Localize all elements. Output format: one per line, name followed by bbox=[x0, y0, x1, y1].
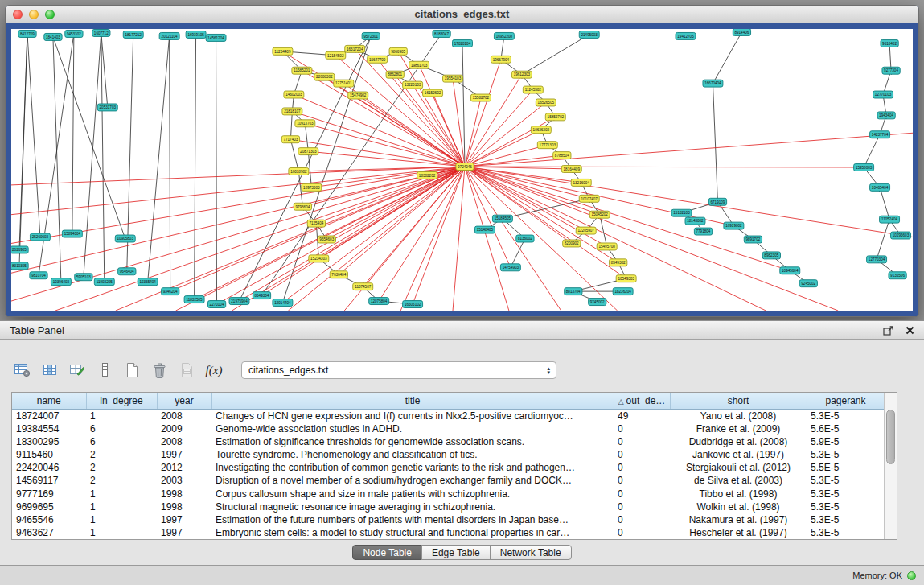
table-cell[interactable]: 0 bbox=[614, 487, 670, 500]
graph-node[interactable]: 7636404 bbox=[330, 271, 347, 278]
table-cell[interactable]: Investigating the contribution of common… bbox=[211, 461, 614, 474]
table-cell[interactable]: 14569117 bbox=[12, 474, 86, 487]
table-cell[interactable]: 0 bbox=[614, 513, 670, 526]
table-row[interactable]: 1830029562008Estimation of significance … bbox=[12, 435, 885, 448]
column-header-pagerank[interactable]: pagerank bbox=[807, 393, 885, 409]
graph-node[interactable]: 12154502 bbox=[326, 51, 346, 59]
table-row[interactable]: 1938455462009Genome-wide association stu… bbox=[12, 422, 885, 435]
graph-node[interactable]: 12014404 bbox=[273, 299, 293, 307]
graph-node[interactable]: 16670404 bbox=[703, 80, 723, 87]
graph-node[interactable]: 15647709 bbox=[368, 56, 388, 63]
graph-node[interactable]: 9572301 bbox=[362, 32, 380, 39]
table-cell[interactable]: 6 bbox=[86, 422, 157, 435]
table-cell[interactable]: Jankovic et al. (1997) bbox=[670, 448, 807, 461]
graph-node[interactable]: 2626905 bbox=[11, 246, 28, 253]
table-cell[interactable]: Tibbo et al. (1998) bbox=[670, 487, 807, 500]
graph-node[interactable]: 21975904 bbox=[229, 298, 249, 305]
graph-node[interactable]: 13216004 bbox=[571, 179, 591, 186]
table-cell[interactable]: 0 bbox=[614, 474, 670, 487]
graph-node[interactable]: 20121104 bbox=[159, 32, 179, 39]
graph-node[interactable]: 15894004 bbox=[62, 230, 82, 237]
graph-node[interactable]: 16952208 bbox=[494, 32, 514, 39]
table-cell[interactable]: 1997 bbox=[157, 448, 211, 461]
graph-node[interactable]: 13220103 bbox=[403, 81, 423, 89]
graph-node[interactable]: 9745002 bbox=[589, 299, 606, 306]
graph-node[interactable]: 19554103 bbox=[443, 75, 463, 82]
graph-node[interactable]: 15045202 bbox=[589, 211, 610, 218]
table-cell[interactable]: 6 bbox=[86, 435, 157, 448]
graph-node[interactable]: 10396403 bbox=[51, 278, 71, 286]
table-row[interactable]: 977716911998Corpus callosum shape and si… bbox=[12, 487, 885, 500]
graph-node[interactable]: 9245002 bbox=[799, 280, 817, 287]
graph-node[interactable]: 15184505 bbox=[492, 215, 512, 222]
graph-node[interactable]: 21495003 bbox=[579, 31, 599, 38]
graph-node[interactable]: 15852702 bbox=[545, 113, 565, 121]
graph-node[interactable]: 9654603 bbox=[318, 236, 335, 243]
table-cell[interactable]: 2012 bbox=[157, 461, 211, 474]
graph-node[interactable]: 25260603 bbox=[30, 233, 50, 241]
graph-node[interactable]: 9135506 bbox=[889, 272, 906, 279]
table-cell[interactable]: 0 bbox=[614, 501, 670, 513]
table-cell[interactable]: Corpus callosum shape and size in male p… bbox=[211, 487, 614, 500]
table-cell[interactable]: 5.6E-5 bbox=[807, 422, 885, 435]
table-cell[interactable]: 1 bbox=[86, 487, 157, 500]
table-cell[interactable]: 1997 bbox=[157, 526, 211, 539]
table-cell[interactable]: Genome-wide association studies in ADHD. bbox=[211, 422, 614, 435]
table-settings-button[interactable] bbox=[11, 360, 34, 381]
table-cell[interactable]: 49 bbox=[614, 409, 670, 422]
table-cell[interactable]: 2008 bbox=[157, 435, 211, 448]
table-cell[interactable]: 9699695 bbox=[12, 501, 86, 513]
table-cell[interactable]: 5.3E-5 bbox=[807, 526, 885, 539]
table-cell[interactable]: 1997 bbox=[157, 513, 211, 526]
function-builder-button[interactable]: f(x) bbox=[203, 360, 225, 381]
graph-node[interactable]: 10913703 bbox=[295, 120, 315, 127]
table-cell[interactable]: Changes of HCN gene expression and I(f) … bbox=[211, 409, 614, 422]
graph-node[interactable]: 8914406 bbox=[733, 29, 750, 35]
graph-node[interactable]: 9346204 bbox=[162, 288, 179, 295]
graph-node[interactable]: 18143002 bbox=[685, 217, 705, 225]
graph-node[interactable]: 20871303 bbox=[298, 148, 318, 155]
table-cell[interactable]: 2 bbox=[86, 448, 157, 461]
graph-node[interactable]: 14237704 bbox=[870, 131, 890, 138]
graph-node[interactable]: 12751401 bbox=[334, 80, 354, 87]
column-display-button[interactable] bbox=[39, 360, 61, 381]
graph-node[interactable]: 8813704 bbox=[565, 288, 582, 295]
table-cell[interactable]: 2003 bbox=[157, 474, 211, 487]
table-cell[interactable]: Wolkin et al. (1998) bbox=[670, 501, 807, 513]
graph-node[interactable]: 16018902 bbox=[289, 168, 309, 175]
table-cell[interactable]: Estimation of the future numbers of pati… bbox=[211, 513, 614, 526]
graph-node[interactable]: 5905103 bbox=[75, 274, 92, 281]
zoom-window-button[interactable] bbox=[45, 10, 55, 19]
graph-node[interactable]: 1943404 bbox=[877, 112, 895, 119]
tab-network-table[interactable]: Network Table bbox=[490, 545, 572, 560]
graph-node[interactable]: 8136002 bbox=[516, 235, 534, 242]
float-panel-button[interactable] bbox=[883, 325, 894, 336]
table-row[interactable]: 946362711997Embryonic stem cells: a mode… bbox=[12, 526, 885, 539]
column-header-out-de[interactable]: △out_de… bbox=[614, 393, 670, 409]
graph-node[interactable]: 11585201 bbox=[292, 67, 312, 74]
table-cell[interactable]: 19384554 bbox=[12, 422, 86, 435]
table-cell[interactable]: 2009 bbox=[157, 422, 211, 435]
graph-node[interactable]: 9724046 bbox=[456, 163, 474, 171]
graph-node[interactable]: 10107407 bbox=[579, 195, 599, 202]
graph-node[interactable]: 11832505 bbox=[184, 296, 204, 303]
graph-node[interactable]: 16317204 bbox=[345, 45, 365, 52]
table-row[interactable]: 911546021997Tourette syndrome. Phenomeno… bbox=[12, 448, 885, 461]
graph-node[interactable]: 14561204 bbox=[206, 34, 226, 41]
table-cell[interactable]: 5.5E-5 bbox=[807, 461, 885, 474]
graph-node[interactable]: 8549302 bbox=[610, 259, 627, 266]
table-cell[interactable]: Franke et al. (2009) bbox=[670, 422, 807, 435]
table-cell[interactable]: 1998 bbox=[157, 487, 211, 500]
graph-node[interactable]: 8183047 bbox=[433, 30, 450, 37]
graph-node[interactable]: 19412705 bbox=[676, 32, 696, 39]
graph-node[interactable]: 1841403 bbox=[44, 33, 62, 40]
table-cell[interactable]: 1 bbox=[86, 409, 157, 422]
table-cell[interactable]: Nakamura et al. (1997) bbox=[670, 513, 807, 526]
network-graph-canvas[interactable]: 8412709184140394533021607712181772122012… bbox=[11, 29, 913, 311]
graph-node[interactable]: 10636302 bbox=[531, 126, 551, 134]
table-cell[interactable]: 0 bbox=[614, 422, 670, 435]
delete-table-button[interactable] bbox=[148, 360, 170, 381]
graph-node[interactable]: 11074507 bbox=[353, 283, 373, 290]
graph-node[interactable]: 8788504 bbox=[553, 152, 571, 159]
table-row[interactable]: 2242004622012Investigating the contribut… bbox=[12, 461, 885, 474]
